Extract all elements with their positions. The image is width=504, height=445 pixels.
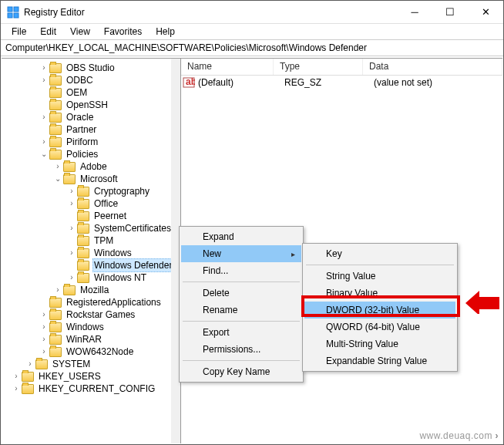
- col-data[interactable]: Data: [363, 59, 502, 75]
- menu-edit[interactable]: Edit: [34, 25, 62, 39]
- window-title: Registry Editor: [24, 7, 397, 18]
- titlebar[interactable]: Registry Editor ─ ☐ ✕: [1, 1, 503, 24]
- tree-item[interactable]: Windows: [2, 247, 180, 259]
- tree-item[interactable]: RegisteredApplications: [2, 296, 180, 308]
- registry-editor-window: Registry Editor ─ ☐ ✕ File Edit View Fav…: [0, 0, 504, 445]
- tree-item[interactable]: Peernet: [2, 210, 180, 222]
- tree-item[interactable]: ODBC: [2, 74, 180, 86]
- tree-item[interactable]: Microsoft: [2, 173, 180, 185]
- new-key[interactable]: Key: [304, 245, 455, 262]
- svg-rect-0: [8, 7, 12, 12]
- separator: [183, 321, 300, 322]
- watermark: www.deuaq.com ›: [419, 430, 499, 441]
- col-name[interactable]: Name: [181, 59, 274, 75]
- value-data: (value not set): [374, 77, 502, 88]
- tree-item[interactable]: Oracle: [2, 111, 180, 123]
- tree-item[interactable]: OEM: [2, 86, 180, 99]
- ctx-delete[interactable]: Delete: [181, 285, 301, 302]
- svg-text:ab: ab: [186, 77, 195, 87]
- highlight-box: [301, 295, 460, 317]
- menu-view[interactable]: View: [64, 25, 96, 39]
- menu-help[interactable]: Help: [150, 25, 181, 39]
- list-header[interactable]: Name Type Data: [181, 59, 502, 76]
- ctx-find[interactable]: Find...: [181, 262, 301, 279]
- menu-file[interactable]: File: [5, 25, 32, 39]
- string-value-icon: ab: [183, 77, 195, 88]
- tree-item[interactable]: Adobe: [2, 160, 180, 173]
- tree-item[interactable]: SYSTEM: [2, 358, 180, 370]
- ctx-permissions[interactable]: Permissions...: [181, 341, 301, 358]
- tree-item[interactable]: WOW6432Node: [2, 346, 180, 358]
- tree-item[interactable]: HKEY_USERS: [2, 370, 180, 383]
- tree-item[interactable]: Partner: [2, 123, 180, 136]
- ctx-copy-key-name[interactable]: Copy Key Name: [181, 363, 301, 380]
- regedit-icon: [7, 6, 19, 19]
- menu-favorites[interactable]: Favorites: [98, 25, 148, 39]
- value-type: REG_SZ: [284, 77, 374, 88]
- svg-rect-3: [14, 13, 18, 18]
- new-string-value[interactable]: String Value: [304, 268, 455, 285]
- tree-item[interactable]: Windows: [2, 321, 180, 333]
- tree-item-windows-defender[interactable]: Windows Defender: [2, 259, 180, 271]
- tree-pane[interactable]: OBS Studio ODBC OEM OpenSSH Oracle Partn…: [2, 59, 181, 443]
- new-multi-string-value[interactable]: Multi-String Value: [304, 335, 455, 352]
- maximize-button[interactable]: ☐: [432, 1, 468, 23]
- value-row[interactable]: ab (Default) REG_SZ (value not set): [181, 76, 502, 89]
- svg-marker-6: [465, 288, 499, 314]
- separator: [306, 265, 454, 265]
- tree-item[interactable]: SystemCertificates: [2, 222, 180, 234]
- tree-item[interactable]: TPM: [2, 234, 180, 247]
- tree-item[interactable]: Mozilla: [2, 284, 180, 296]
- value-name: (Default): [198, 77, 284, 88]
- minimize-button[interactable]: ─: [397, 1, 432, 23]
- col-type[interactable]: Type: [274, 59, 363, 75]
- tree-item[interactable]: Rockstar Games: [2, 308, 180, 321]
- tree-item[interactable]: Cryptography: [2, 185, 180, 197]
- new-expandable-string-value[interactable]: Expandable String Value: [304, 352, 455, 369]
- context-menu: Expand New Find... Delete Rename Export …: [179, 226, 304, 383]
- ctx-new[interactable]: New: [181, 245, 301, 262]
- ctx-export[interactable]: Export: [181, 324, 301, 341]
- tree-item[interactable]: Piriform: [2, 136, 180, 148]
- tree-item[interactable]: Office: [2, 197, 180, 210]
- separator: [183, 281, 300, 282]
- menubar: File Edit View Favorites Help: [1, 24, 503, 39]
- svg-rect-2: [8, 13, 12, 18]
- svg-rect-1: [14, 7, 18, 12]
- ctx-rename[interactable]: Rename: [181, 302, 301, 319]
- tree-item[interactable]: HKEY_CURRENT_CONFIG: [2, 383, 180, 395]
- ctx-expand[interactable]: Expand: [181, 228, 301, 245]
- tree-item[interactable]: OBS Studio: [2, 62, 180, 74]
- new-qword-value[interactable]: QWORD (64-bit) Value: [304, 319, 455, 335]
- separator: [183, 360, 300, 361]
- close-button[interactable]: ✕: [468, 1, 503, 23]
- tree-item[interactable]: Windows NT: [2, 271, 180, 284]
- tree-item[interactable]: Policies: [2, 148, 180, 160]
- tree-item[interactable]: OpenSSH: [2, 99, 180, 111]
- arrow-icon: [465, 286, 499, 316]
- tree-item[interactable]: WinRAR: [2, 333, 180, 346]
- address-text: Computer\HKEY_LOCAL_MACHINE\SOFTWARE\Pol…: [5, 42, 367, 53]
- address-bar[interactable]: Computer\HKEY_LOCAL_MACHINE\SOFTWARE\Pol…: [1, 39, 503, 56]
